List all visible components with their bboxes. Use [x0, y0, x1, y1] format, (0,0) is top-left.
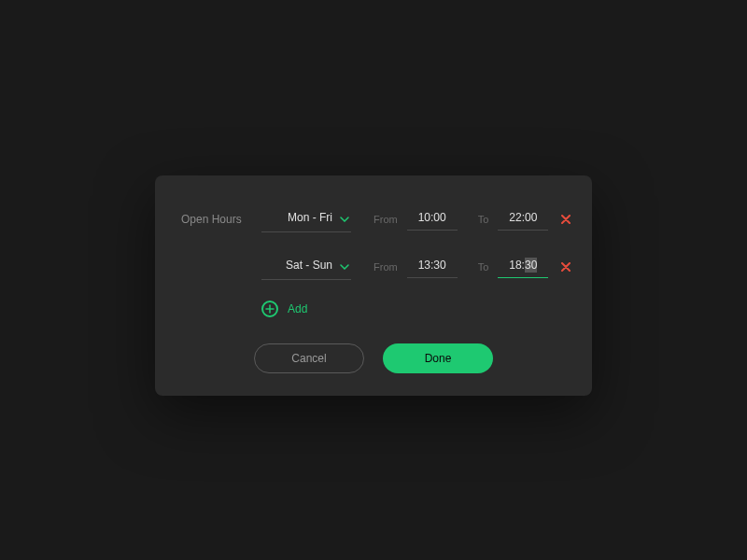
hours-row: Open Hours Mon - Fri From 10:00 To 22:00	[181, 205, 566, 232]
section-label: Open Hours	[181, 213, 261, 226]
from-time-input[interactable]: 13:30	[407, 255, 458, 278]
day-range-select[interactable]: Mon - Fri	[261, 205, 351, 232]
to-time-input[interactable]: 22:00	[498, 207, 548, 231]
add-row-button[interactable]: Add	[261, 301, 566, 317]
done-button[interactable]: Done	[383, 343, 493, 373]
day-range-select[interactable]: Sat - Sun	[261, 253, 351, 280]
plus-circle-icon	[261, 301, 278, 317]
cancel-button[interactable]: Cancel	[254, 343, 364, 373]
from-label: From	[374, 261, 398, 273]
from-label: From	[374, 214, 398, 225]
open-hours-dialog: Open Hours Mon - Fri From 10:00 To 22:00…	[155, 175, 592, 396]
to-time-input[interactable]: 18:30	[498, 255, 548, 278]
day-range-value: Sat - Sun	[286, 259, 332, 272]
hours-row: Sat - Sun From 13:30 To 18:30	[181, 253, 566, 280]
delete-row-button[interactable]	[559, 260, 572, 273]
close-icon	[561, 259, 571, 275]
close-icon	[561, 211, 571, 228]
to-label: To	[478, 214, 489, 225]
dialog-actions: Cancel Done	[181, 343, 566, 373]
add-label: Add	[288, 302, 307, 315]
chevron-down-icon	[340, 257, 349, 273]
chevron-down-icon	[340, 209, 349, 226]
day-range-value: Mon - Fri	[288, 211, 332, 224]
delete-row-button[interactable]	[559, 213, 572, 226]
to-label: To	[478, 261, 489, 273]
from-time-input[interactable]: 10:00	[407, 207, 458, 231]
